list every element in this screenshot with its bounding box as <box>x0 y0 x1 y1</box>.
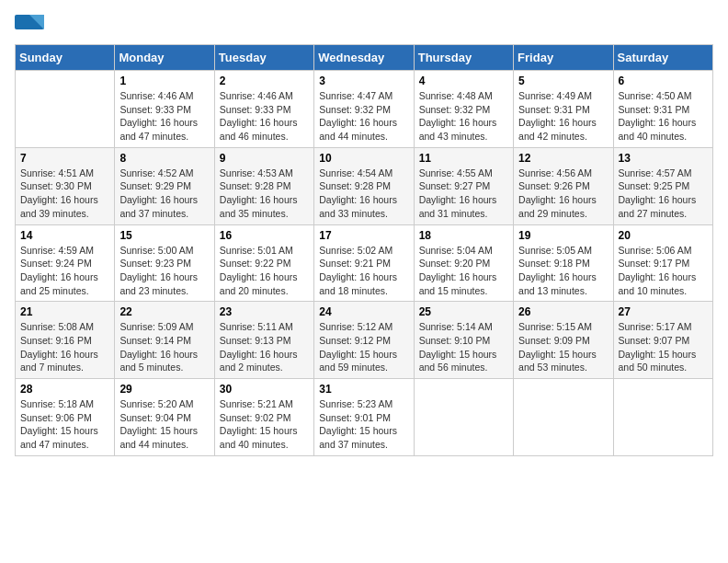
day-number: 8 <box>119 152 209 165</box>
column-header-sunday: Sunday <box>16 45 115 71</box>
day-number: 4 <box>419 75 508 87</box>
day-number: 16 <box>220 229 309 242</box>
day-info: Sunrise: 5:08 AMSunset: 9:16 PMDaylight:… <box>20 320 109 374</box>
column-header-monday: Monday <box>115 45 214 71</box>
day-number: 20 <box>619 229 708 242</box>
day-info: Sunrise: 4:46 AMSunset: 9:33 PMDaylight:… <box>220 89 309 144</box>
calendar-cell <box>16 71 115 148</box>
calendar-cell: 29Sunrise: 5:20 AMSunset: 9:04 PMDayligh… <box>115 379 214 456</box>
calendar-week-row: 1Sunrise: 4:46 AMSunset: 9:33 PMDaylight… <box>16 71 713 148</box>
calendar-cell: 8Sunrise: 4:52 AMSunset: 9:29 PMDaylight… <box>115 147 214 224</box>
day-number: 13 <box>619 152 708 165</box>
calendar-cell: 1Sunrise: 4:46 AMSunset: 9:33 PMDaylight… <box>115 71 214 148</box>
day-number: 24 <box>319 305 408 318</box>
day-info: Sunrise: 4:46 AMSunset: 9:33 PMDaylight:… <box>119 89 209 144</box>
day-number: 27 <box>619 305 708 318</box>
day-number: 31 <box>319 383 408 396</box>
svg-rect-2 <box>15 29 44 37</box>
calendar-cell: 13Sunrise: 4:57 AMSunset: 9:25 PMDayligh… <box>613 147 712 224</box>
calendar-cell: 19Sunrise: 5:05 AMSunset: 9:18 PMDayligh… <box>514 224 613 302</box>
calendar-cell: 6Sunrise: 4:50 AMSunset: 9:31 PMDaylight… <box>613 71 712 148</box>
day-number: 25 <box>419 305 508 318</box>
calendar-cell: 3Sunrise: 4:47 AMSunset: 9:32 PMDaylight… <box>314 71 414 148</box>
logo-icon <box>15 15 44 37</box>
day-info: Sunrise: 5:11 AMSunset: 9:13 PMDaylight:… <box>220 320 309 374</box>
day-info: Sunrise: 5:14 AMSunset: 9:10 PMDaylight:… <box>419 320 508 374</box>
day-number: 15 <box>119 229 209 242</box>
day-number: 22 <box>119 305 209 318</box>
calendar-cell: 7Sunrise: 4:51 AMSunset: 9:30 PMDaylight… <box>16 147 115 224</box>
calendar-cell: 30Sunrise: 5:21 AMSunset: 9:02 PMDayligh… <box>214 379 313 456</box>
day-number: 7 <box>20 152 109 165</box>
day-number: 29 <box>119 383 209 396</box>
calendar-cell: 18Sunrise: 5:04 AMSunset: 9:20 PMDayligh… <box>414 224 513 302</box>
day-info: Sunrise: 5:06 AMSunset: 9:17 PMDaylight:… <box>619 244 708 298</box>
calendar-cell: 22Sunrise: 5:09 AMSunset: 9:14 PMDayligh… <box>115 302 214 379</box>
page-header <box>15 15 713 37</box>
day-info: Sunrise: 5:23 AMSunset: 9:01 PMDaylight:… <box>319 397 408 452</box>
day-number: 2 <box>220 75 309 87</box>
calendar-cell: 15Sunrise: 5:00 AMSunset: 9:23 PMDayligh… <box>115 224 214 302</box>
calendar-cell <box>613 379 712 456</box>
day-info: Sunrise: 4:49 AMSunset: 9:31 PMDaylight:… <box>518 89 608 144</box>
calendar-cell <box>514 379 613 456</box>
day-number: 26 <box>518 305 608 318</box>
day-info: Sunrise: 4:51 AMSunset: 9:30 PMDaylight:… <box>20 167 109 221</box>
calendar-cell: 27Sunrise: 5:17 AMSunset: 9:07 PMDayligh… <box>613 302 712 379</box>
day-number: 23 <box>220 305 309 318</box>
day-number: 9 <box>220 152 309 165</box>
day-number: 10 <box>319 152 408 165</box>
column-header-wednesday: Wednesday <box>314 45 414 71</box>
day-info: Sunrise: 5:15 AMSunset: 9:09 PMDaylight:… <box>518 320 608 374</box>
column-header-thursday: Thursday <box>414 45 513 71</box>
column-header-saturday: Saturday <box>613 45 712 71</box>
calendar-table: SundayMondayTuesdayWednesdayThursdayFrid… <box>15 44 713 456</box>
calendar-cell: 21Sunrise: 5:08 AMSunset: 9:16 PMDayligh… <box>16 302 115 379</box>
calendar-cell: 31Sunrise: 5:23 AMSunset: 9:01 PMDayligh… <box>314 379 414 456</box>
day-info: Sunrise: 4:56 AMSunset: 9:26 PMDaylight:… <box>518 167 608 221</box>
calendar-cell: 26Sunrise: 5:15 AMSunset: 9:09 PMDayligh… <box>514 302 613 379</box>
calendar-cell <box>414 379 513 456</box>
calendar-cell: 9Sunrise: 4:53 AMSunset: 9:28 PMDaylight… <box>214 147 313 224</box>
logo <box>15 15 46 37</box>
day-number: 11 <box>419 152 508 165</box>
day-info: Sunrise: 5:01 AMSunset: 9:22 PMDaylight:… <box>220 244 309 298</box>
day-info: Sunrise: 5:04 AMSunset: 9:20 PMDaylight:… <box>419 244 508 298</box>
day-info: Sunrise: 4:52 AMSunset: 9:29 PMDaylight:… <box>119 167 209 221</box>
day-info: Sunrise: 5:05 AMSunset: 9:18 PMDaylight:… <box>518 244 608 298</box>
day-number: 5 <box>518 75 608 87</box>
calendar-cell: 12Sunrise: 4:56 AMSunset: 9:26 PMDayligh… <box>514 147 613 224</box>
day-number: 30 <box>220 383 309 396</box>
day-info: Sunrise: 4:59 AMSunset: 9:24 PMDaylight:… <box>20 244 109 298</box>
calendar-cell: 23Sunrise: 5:11 AMSunset: 9:13 PMDayligh… <box>214 302 313 379</box>
calendar-header-row: SundayMondayTuesdayWednesdayThursdayFrid… <box>16 45 713 71</box>
day-number: 28 <box>20 383 109 396</box>
day-info: Sunrise: 5:20 AMSunset: 9:04 PMDaylight:… <box>119 397 209 452</box>
day-info: Sunrise: 5:21 AMSunset: 9:02 PMDaylight:… <box>220 397 309 452</box>
day-info: Sunrise: 4:48 AMSunset: 9:32 PMDaylight:… <box>419 89 508 144</box>
calendar-week-row: 28Sunrise: 5:18 AMSunset: 9:06 PMDayligh… <box>16 379 713 456</box>
calendar-cell: 16Sunrise: 5:01 AMSunset: 9:22 PMDayligh… <box>214 224 313 302</box>
day-number: 21 <box>20 305 109 318</box>
calendar-cell: 10Sunrise: 4:54 AMSunset: 9:28 PMDayligh… <box>314 147 414 224</box>
calendar-week-row: 21Sunrise: 5:08 AMSunset: 9:16 PMDayligh… <box>16 302 713 379</box>
day-number: 14 <box>20 229 109 242</box>
day-info: Sunrise: 5:17 AMSunset: 9:07 PMDaylight:… <box>619 320 708 374</box>
day-number: 12 <box>518 152 608 165</box>
calendar-cell: 11Sunrise: 4:55 AMSunset: 9:27 PMDayligh… <box>414 147 513 224</box>
column-header-tuesday: Tuesday <box>214 45 313 71</box>
day-number: 18 <box>419 229 508 242</box>
calendar-cell: 4Sunrise: 4:48 AMSunset: 9:32 PMDaylight… <box>414 71 513 148</box>
day-number: 19 <box>518 229 608 242</box>
calendar-cell: 24Sunrise: 5:12 AMSunset: 9:12 PMDayligh… <box>314 302 414 379</box>
day-info: Sunrise: 4:57 AMSunset: 9:25 PMDaylight:… <box>619 167 708 221</box>
day-info: Sunrise: 4:47 AMSunset: 9:32 PMDaylight:… <box>319 89 408 144</box>
day-info: Sunrise: 4:50 AMSunset: 9:31 PMDaylight:… <box>619 89 708 144</box>
calendar-cell: 28Sunrise: 5:18 AMSunset: 9:06 PMDayligh… <box>16 379 115 456</box>
day-number: 17 <box>319 229 408 242</box>
day-info: Sunrise: 5:18 AMSunset: 9:06 PMDaylight:… <box>20 397 109 452</box>
calendar-cell: 5Sunrise: 4:49 AMSunset: 9:31 PMDaylight… <box>514 71 613 148</box>
day-info: Sunrise: 4:54 AMSunset: 9:28 PMDaylight:… <box>319 167 408 221</box>
calendar-cell: 25Sunrise: 5:14 AMSunset: 9:10 PMDayligh… <box>414 302 513 379</box>
calendar-week-row: 7Sunrise: 4:51 AMSunset: 9:30 PMDaylight… <box>16 147 713 224</box>
